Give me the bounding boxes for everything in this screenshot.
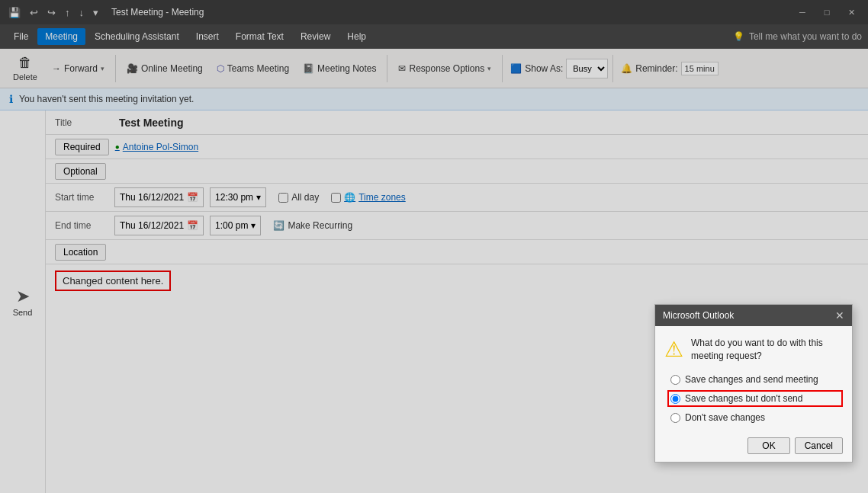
attendee-status-icon: ● [115,142,120,151]
lightbulb-icon: 💡 [733,31,744,42]
send-button[interactable]: ➤ Send [0,110,46,493]
delete-button[interactable]: 🗑 Delete [6,51,44,86]
show-as-icon: 🟦 [510,63,522,74]
menu-scheduling[interactable]: Scheduling Assistant [87,28,187,45]
start-time-row: Start time Thu 16/12/2021 📅 12:30 pm ▾ A… [46,184,868,212]
menu-file[interactable]: File [6,28,36,45]
show-as-select[interactable]: Busy [566,59,608,78]
response-options-icon: ✉ [398,63,406,74]
maximize-button[interactable]: □ [816,2,837,23]
required-row: Required ● Antoine Pol-Simon [46,135,868,159]
end-date-value: Thu 16/12/2021 [120,220,184,231]
option-save-no-send-radio[interactable] [670,394,680,404]
separator-2 [387,55,387,82]
reminder-label: Reminder: [635,63,677,74]
window-controls: ─ □ ✕ [792,2,862,23]
all-day-checkbox[interactable] [278,193,288,203]
attendee-name: Antoine Pol-Simon [123,142,198,152]
menu-insert[interactable]: Insert [188,28,227,45]
response-options-label: Response Options [409,63,484,74]
globe-icon: 🌐 [344,192,355,203]
time-zones-link[interactable]: 🌐 Time zones [344,192,406,203]
location-input[interactable] [112,245,859,259]
optional-button[interactable]: Optional [55,163,106,180]
recurring-icon: 🔄 [273,220,285,231]
close-button[interactable]: ✕ [841,2,862,23]
start-calendar-icon[interactable]: 📅 [187,192,198,203]
outlook-dialog: Microsoft Outlook ✕ ⚠ What do you want t… [654,304,853,463]
required-attendee[interactable]: ● Antoine Pol-Simon [115,142,198,152]
window-title: Test Meeting - Meeting [111,7,204,18]
response-options-dropdown-icon[interactable]: ▾ [487,65,491,72]
title-row: Title [46,110,868,135]
make-recurring-label: Make Recurring [288,220,352,231]
option-save-send[interactable]: Save changes and send meeting [667,372,843,387]
menu-search-area[interactable]: 💡 Tell me what you want to do [733,31,862,42]
required-button[interactable]: Required [55,139,109,155]
redo-icon[interactable]: ↪ [45,7,58,18]
menu-meeting[interactable]: Meeting [37,28,85,45]
option-discard[interactable]: Don't save changes [667,410,843,425]
title-bar-left: 💾 ↩ ↪ ↑ ↓ ▾ Test Meeting - Meeting [6,7,204,18]
option-save-no-send-label: Save changes but don't send [685,393,802,404]
down-icon[interactable]: ↓ [77,7,87,18]
dialog-close-button[interactable]: ✕ [835,309,844,322]
meeting-notes-button[interactable]: 📓 Meeting Notes [297,55,382,82]
start-time-value: 12:30 pm [215,192,253,203]
title-input[interactable] [116,115,859,130]
time-zones-checkbox[interactable] [331,193,341,203]
online-meeting-label: Online Meeting [141,63,203,74]
send-label: Send [13,308,33,317]
option-save-no-send[interactable]: Save changes but don't send [667,390,843,407]
time-zones-area: 🌐 Time zones [331,192,406,203]
teams-meeting-label: Teams Meeting [227,63,289,74]
separator-4 [612,55,613,82]
make-recurring-button[interactable]: 🔄 Make Recurring [273,220,352,231]
menu-bar: File Meeting Scheduling Assistant Insert… [0,24,868,49]
end-date-input[interactable]: Thu 16/12/2021 📅 [114,216,204,235]
online-meeting-button[interactable]: 🎥 Online Meeting [121,55,209,82]
menu-review[interactable]: Review [293,28,338,45]
end-calendar-icon[interactable]: 📅 [187,220,198,231]
search-label[interactable]: Tell me what you want to do [749,31,862,42]
dialog-question: What do you want to do with this meeting… [691,337,843,363]
forward-button[interactable]: → Forward ▾ [46,55,111,82]
option-discard-radio[interactable] [670,413,680,423]
undo-icon[interactable]: ↩ [27,7,40,18]
location-button[interactable]: Location [55,244,106,261]
save-icon[interactable]: 💾 [6,7,23,18]
start-time-dropdown-icon: ▾ [256,192,261,203]
response-options-button[interactable]: ✉ Response Options ▾ [392,55,497,82]
onenote-icon: 📓 [303,63,314,74]
more-icon[interactable]: ▾ [91,7,101,18]
start-time-dropdown[interactable]: 12:30 pm ▾ [210,187,266,207]
optional-input[interactable] [112,165,859,178]
start-date-input[interactable]: Thu 16/12/2021 📅 [114,187,204,207]
dialog-warning-row: ⚠ What do you want to do with this meeti… [664,337,843,363]
start-time-label: Start time [55,192,108,203]
option-discard-label: Don't save changes [685,412,765,423]
menu-format-text[interactable]: Format Text [228,28,291,45]
option-save-send-radio[interactable] [670,375,680,385]
up-icon[interactable]: ↑ [63,7,72,18]
forward-dropdown-icon[interactable]: ▾ [101,65,104,72]
reminder-icon: 🔔 [621,63,632,74]
minimize-button[interactable]: ─ [792,2,813,23]
end-time-dropdown[interactable]: 1:00 pm ▾ [210,216,261,235]
menu-help[interactable]: Help [339,28,374,45]
reminder-value: 15 minu [681,62,719,75]
teams-meeting-button[interactable]: ⬡ Teams Meeting [211,55,295,82]
dialog-cancel-button[interactable]: Cancel [795,437,843,454]
time-zones-label: Time zones [358,192,406,203]
info-icon: ℹ [9,93,13,105]
dialog-ok-button[interactable]: OK [747,437,789,454]
show-as-section: 🟦 Show As: Busy [510,59,608,78]
end-time-row: End time Thu 16/12/2021 📅 1:00 pm ▾ 🔄 Ma… [46,212,868,240]
dialog-options: Save changes and send meeting Save chang… [664,372,843,425]
all-day-check-area: All day [278,192,319,203]
content-changed-text: Changed content here. [55,271,171,291]
meeting-notes-label: Meeting Notes [317,63,376,74]
online-meeting-icon: 🎥 [127,63,138,74]
separator-3 [502,55,503,82]
info-message: You haven't sent this meeting invitation… [19,94,194,104]
